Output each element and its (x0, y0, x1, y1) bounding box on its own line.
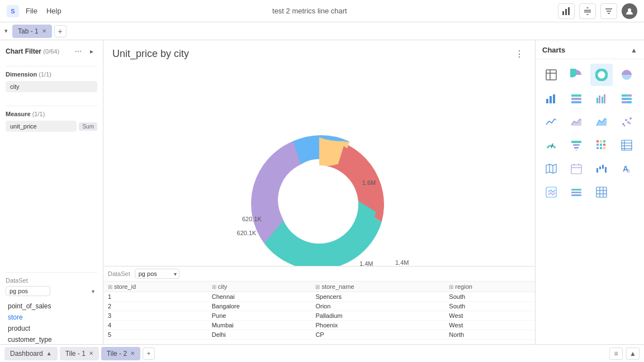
cell-city-5: Delhi (207, 330, 311, 340)
cell-store-id-5: 5 (103, 330, 207, 340)
bottom-add-tab-btn[interactable]: + (143, 347, 155, 360)
dataset-select[interactable]: pg pos (6, 286, 50, 296)
bottom-tab-dashboard[interactable]: Dashboard ▲ (4, 347, 58, 360)
col-store-name: ⊞store_name (311, 282, 444, 292)
sidebar-filter-header: Chart Filter (0/64) ⋯ ▸ (6, 46, 97, 57)
chart-type-pivot[interactable] (615, 134, 638, 156)
list-item-customer-type[interactable]: customer_type (6, 334, 97, 345)
svg-rect-43 (571, 141, 581, 143)
chart-type-waterfall[interactable] (590, 158, 613, 180)
right-sidebar-title: Charts (542, 46, 565, 54)
table-row: 3 Pune Palladium West (103, 311, 535, 321)
bottom-tab-tile-1[interactable]: Tile - 1 ✕ (60, 347, 99, 360)
bottom-tab-dashboard-label: Dashboard (10, 350, 43, 358)
measure-field[interactable]: unit_price (6, 121, 77, 132)
bottom-tab-tile-1-close[interactable]: ✕ (89, 350, 93, 356)
bottom-tab-dashboard-toggle[interactable]: ▲ (46, 350, 52, 356)
svg-point-42 (629, 123, 631, 125)
chart-type-custom3[interactable] (590, 181, 613, 203)
right-sidebar-collapse-btn[interactable]: ▲ (631, 46, 637, 54)
svg-rect-74 (571, 189, 581, 190)
tab-1-label: Tab - 1 (18, 27, 39, 35)
add-tab-btn[interactable]: + (54, 25, 67, 37)
chart-type-area-filled[interactable] (590, 111, 613, 133)
tab-1[interactable]: Tab - 1 ✕ (12, 25, 52, 38)
chart-type-stacked-bar[interactable] (565, 87, 588, 109)
chart-type-calendar[interactable] (565, 158, 588, 180)
svg-rect-2 (568, 7, 570, 15)
tab-arrow[interactable]: ▾ (4, 27, 8, 35)
svg-point-10 (280, 165, 358, 244)
chart-type-grouped-bar[interactable] (590, 87, 613, 109)
chart-type-text[interactable]: Aa (615, 158, 638, 180)
svg-rect-63 (571, 165, 581, 174)
sidebar-filter-title: Chart Filter (0/64) (6, 47, 59, 55)
page-title: test 2 metrics line chart (61, 7, 558, 15)
app-logo: S (7, 5, 19, 17)
bottom-toolbar: DataSet pg pos (103, 266, 535, 282)
cell-region-2: South (444, 302, 535, 311)
svg-rect-28 (599, 96, 600, 103)
bottom-collapse-btn[interactable]: ▲ (626, 347, 640, 360)
cell-store-name-4: Phoenix (311, 321, 444, 330)
svg-point-37 (622, 123, 624, 125)
chart-type-custom1[interactable] (540, 181, 562, 203)
chart-type-stacked-bar-h[interactable] (615, 87, 638, 109)
chart-type-map[interactable] (540, 158, 562, 180)
svg-rect-33 (622, 98, 629, 100)
sidebar-more-btn[interactable]: ⋯ (73, 46, 84, 57)
svg-rect-55 (603, 147, 605, 149)
bottom-menu-btn[interactable]: ≡ (609, 347, 623, 360)
table-head: ⊞store_id ⊞city ⊞store_name ⊞region (103, 282, 535, 292)
charts-grid: Aa (536, 59, 644, 208)
chart-type-gauge[interactable] (540, 134, 562, 156)
chart-type-table[interactable] (540, 64, 562, 86)
chart-title: Unit_price by city (112, 48, 189, 60)
chart-type-scatter[interactable] (615, 111, 638, 133)
list-item-store[interactable]: store (6, 312, 97, 323)
svg-rect-34 (629, 98, 632, 100)
filter-btn[interactable] (600, 3, 617, 19)
bottom-tab-tile-1-label: Tile - 1 (65, 350, 86, 358)
bottom-tab-tile-2-close[interactable]: ✕ (130, 350, 135, 356)
cell-city-4: Mumbai (207, 321, 311, 330)
svg-rect-26 (571, 101, 581, 103)
svg-rect-47 (596, 140, 599, 142)
chart-type-funnel[interactable] (565, 134, 588, 156)
svg-point-40 (629, 117, 632, 120)
menu-help[interactable]: Help (46, 7, 61, 15)
menu-file[interactable]: File (26, 7, 37, 15)
chart-menu-btn[interactable]: ⋮ (513, 47, 526, 60)
list-item-product[interactable]: product (6, 323, 97, 334)
chart-type-heatmap[interactable] (590, 134, 613, 156)
chart-type-bar[interactable] (540, 87, 562, 109)
dimension-field[interactable]: city (6, 81, 97, 92)
bottom-tab-tile-2[interactable]: Tile - 2 ✕ (101, 347, 140, 360)
chart-type-line[interactable] (540, 111, 562, 133)
svg-rect-0 (562, 11, 564, 15)
topbar-actions (558, 3, 637, 19)
svg-point-38 (625, 119, 627, 121)
cell-city-1: Chennai (207, 292, 311, 302)
chart-type-pie[interactable] (565, 64, 588, 86)
cell-store-name-1: Spencers (311, 292, 444, 302)
bottom-tab-tile-2-label: Tile - 2 (107, 350, 127, 358)
list-item-point-of-sales[interactable]: point_of_sales (6, 301, 97, 312)
chart-type-half-pie[interactable] (615, 64, 638, 86)
table-row: 1 Chennai Spencers South (103, 292, 535, 302)
user-avatar[interactable] (622, 3, 637, 19)
chart-type-area[interactable] (565, 111, 588, 133)
settings-btn[interactable] (579, 3, 596, 19)
chart-type-custom2[interactable] (565, 181, 588, 203)
table-body: 1 Chennai Spencers South 2 Bangalore Ori… (103, 292, 535, 340)
sidebar-collapse-btn[interactable]: ▸ (86, 46, 97, 57)
chart-type-donut[interactable] (590, 64, 613, 86)
svg-rect-31 (622, 94, 627, 97)
tab-1-close[interactable]: ✕ (42, 28, 46, 34)
chart-view-btn[interactable] (558, 3, 575, 19)
sidebar-divider-2 (6, 106, 97, 106)
bottom-dataset-select[interactable]: pg pos (135, 269, 179, 279)
cell-region-4: West (444, 321, 535, 330)
svg-text:620.1K: 620.1K (242, 216, 262, 222)
col-icon-region: ⊞ (449, 284, 453, 290)
